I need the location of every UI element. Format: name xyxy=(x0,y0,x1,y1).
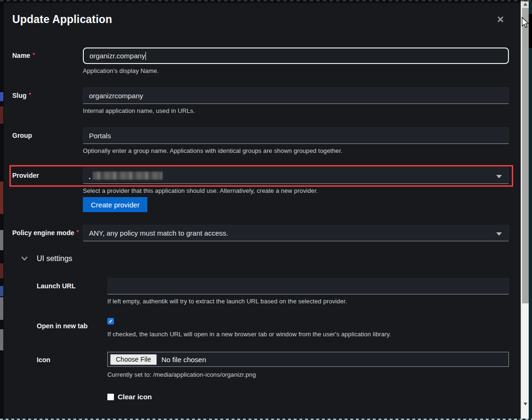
group-input[interactable]: Portals xyxy=(83,127,509,144)
required-asterisk: * xyxy=(76,229,79,236)
policy-engine-mode-row: Policy engine mode* ANY, any policy must… xyxy=(12,225,509,241)
slug-field-row: Slug* organizrcompany Internal applicati… xyxy=(12,87,509,114)
open-in-new-tab-help-text: If checked, the launch URL will open in … xyxy=(107,331,509,338)
launch-url-input[interactable] xyxy=(107,278,509,294)
screen-background: Update Application ✕ Name* organizr.comp… xyxy=(0,0,532,420)
page-edge-notch xyxy=(529,14,532,48)
icon-label: Icon xyxy=(37,352,107,401)
redacted-dot xyxy=(89,178,90,179)
open-in-new-tab-checkbox[interactable]: ✓ xyxy=(107,318,114,325)
screenshot-border xyxy=(0,0,532,1)
choose-file-button[interactable]: Choose File xyxy=(110,354,157,365)
name-label: Name* xyxy=(12,48,83,74)
checkmark-icon: ✓ xyxy=(108,319,113,324)
clear-icon-row: Clear icon xyxy=(107,393,509,401)
icon-file-input[interactable]: Choose File No file chosen xyxy=(107,352,509,367)
background-peek xyxy=(0,182,3,214)
name-input[interactable]: organizr.company xyxy=(83,48,509,64)
chevron-down-icon xyxy=(21,256,28,261)
scrollbar-thumb[interactable] xyxy=(522,8,529,303)
name-help-text: Application's display Name. xyxy=(83,67,509,74)
group-label: Group xyxy=(12,127,83,154)
text-caret xyxy=(145,52,146,60)
launch-url-label: Launch URL xyxy=(37,278,107,305)
background-peek xyxy=(0,286,3,296)
required-asterisk: * xyxy=(29,92,31,98)
background-peek xyxy=(0,92,3,101)
background-peek xyxy=(0,329,3,350)
provider-select[interactable] xyxy=(83,167,509,184)
page-edge-strip xyxy=(529,0,532,420)
group-help-text: Optionally enter a group name. Applicati… xyxy=(83,147,509,154)
close-icon[interactable]: ✕ xyxy=(492,13,509,26)
open-in-new-tab-label: Open in new tab xyxy=(37,318,107,338)
required-asterisk: * xyxy=(32,52,35,58)
slug-label: Slug* xyxy=(12,87,83,114)
background-peek xyxy=(0,106,3,124)
provider-label: Provider xyxy=(12,167,83,212)
arrow-up-icon xyxy=(524,3,527,6)
background-peek xyxy=(0,230,3,250)
open-in-new-tab-row: Open in new tab ✓ If checked, the launch… xyxy=(12,318,509,338)
background-peek xyxy=(0,297,3,320)
launch-url-row: Launch URL If left empty, authentik will… xyxy=(12,278,509,305)
clear-icon-label: Clear icon xyxy=(118,393,152,401)
slug-help-text: Internal application name, used in URLs. xyxy=(83,107,509,114)
provider-field-row: Provider Select a provider that this app… xyxy=(12,167,509,212)
clear-icon-checkbox[interactable] xyxy=(107,394,114,400)
slug-input[interactable]: organizrcompany xyxy=(83,87,509,104)
scrollbar-track[interactable] xyxy=(522,0,529,420)
name-field-row: Name* organizr.company Application's dis… xyxy=(12,48,509,74)
launch-url-help-text: If left empty, authentik will try to ext… xyxy=(107,298,509,305)
background-peek xyxy=(0,263,3,278)
ui-settings-expander[interactable]: UI settings xyxy=(21,254,509,263)
create-provider-button[interactable]: Create provider xyxy=(83,197,147,212)
modal-title: Update Application xyxy=(12,13,112,26)
group-field-row: Group Portals Optionally enter a group n… xyxy=(12,127,509,154)
provider-help-text: Select a provider that this application … xyxy=(83,187,509,194)
ui-settings-section-label: UI settings xyxy=(37,254,73,263)
dropdown-caret-icon xyxy=(496,175,502,178)
update-application-modal: Update Application ✕ Name* organizr.comp… xyxy=(4,3,521,420)
dropdown-caret-icon xyxy=(496,232,502,236)
modal-header: Update Application ✕ xyxy=(12,13,509,26)
no-file-chosen-text: No file chosen xyxy=(161,356,206,364)
policy-engine-mode-label: Policy engine mode* xyxy=(12,225,83,241)
icon-current-help-text: Currently set to: /media/application-ico… xyxy=(107,371,509,378)
policy-engine-mode-select[interactable]: ANY, any policy must match to grant acce… xyxy=(83,225,509,241)
icon-field-row: Icon Choose File No file chosen Currentl… xyxy=(12,352,509,401)
provider-redacted-value xyxy=(93,172,162,180)
arrow-down-icon[interactable] xyxy=(524,403,527,405)
